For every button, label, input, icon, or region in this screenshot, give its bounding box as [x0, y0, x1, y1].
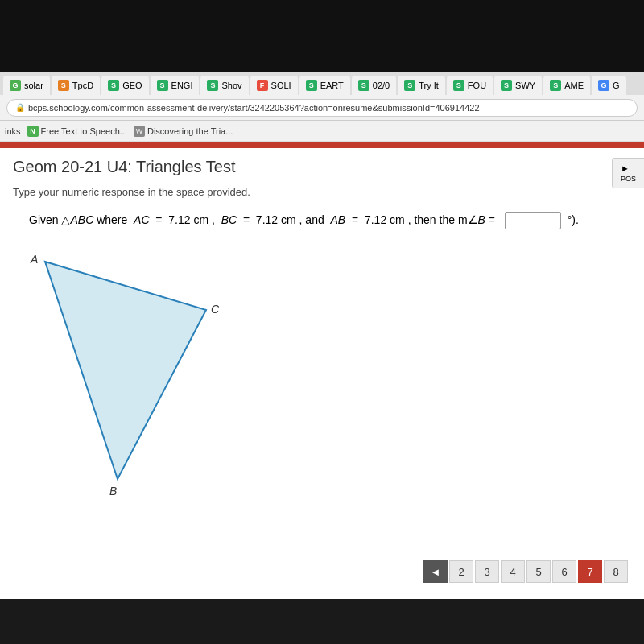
tab-label-engi: ENGI	[171, 80, 193, 90]
tab-icon-geo: S	[108, 80, 119, 91]
equals-3: =	[349, 213, 361, 226]
page-btn-8[interactable]: 8	[604, 560, 628, 583]
tab-icon-fou: S	[453, 80, 464, 91]
tab-icon-g: G	[598, 80, 609, 91]
ac-value: 7.12 cm	[168, 213, 208, 226]
bookmark-label-discovering: Discovering the Tria...	[147, 126, 233, 136]
tab-shov[interactable]: S Shov	[200, 76, 248, 95]
bookmark-discovering[interactable]: W Discovering the Tria...	[134, 126, 233, 137]
page-btn-4[interactable]: 4	[501, 560, 525, 583]
page-btn-5[interactable]: 5	[526, 560, 551, 583]
vertex-label-c: C	[211, 303, 220, 316]
bookmark-inks[interactable]: inks	[5, 126, 21, 136]
vertex-label-a: A	[30, 253, 38, 266]
tab-ame[interactable]: S AME	[543, 76, 590, 95]
comma-1: ,	[212, 213, 218, 226]
page-btn-3[interactable]: 3	[475, 560, 499, 583]
tab-icon-soli: F	[257, 80, 268, 91]
comma-2: , and	[299, 213, 328, 226]
pagination: ◄ 2 3 4 5 6 7 8	[423, 560, 628, 583]
ac-label: AC	[134, 213, 149, 226]
answer-input[interactable]	[505, 212, 561, 229]
pos-text: POS	[621, 175, 636, 183]
tab-geo[interactable]: S GEO	[101, 76, 148, 95]
lock-icon: 🔒	[15, 103, 25, 112]
prev-page-button[interactable]: ◄	[423, 560, 448, 583]
tab-label-soli: SOLI	[271, 80, 291, 90]
tab-swy[interactable]: S SWY	[494, 76, 542, 95]
page-content: ► POS Geom 20-21 U4: Triangles Test Type…	[0, 148, 644, 599]
tab-icon-try: S	[404, 80, 415, 91]
tab-020[interactable]: S 02/0	[352, 76, 396, 95]
degree-symbol: °).	[568, 213, 579, 226]
triangle-diagram: A C B	[21, 246, 631, 506]
tab-icon-solar: G	[10, 80, 21, 91]
tab-solar[interactable]: G solar	[3, 76, 50, 95]
tab-icon-eart: S	[306, 80, 317, 91]
triangle-svg: A C B	[21, 246, 270, 503]
tab-fou[interactable]: S FOU	[447, 76, 493, 95]
pos-button[interactable]: ► POS	[612, 158, 644, 188]
tab-label-shov: Shov	[221, 80, 242, 90]
tab-label-fou: FOU	[468, 80, 486, 90]
tab-icon-engi: S	[157, 80, 168, 91]
problem-statement: Given △ABC where AC = 7.12 cm , BC = 7.1…	[29, 211, 631, 229]
tab-label-solar: solar	[24, 80, 43, 90]
tab-soli[interactable]: F SOLI	[250, 76, 298, 95]
url-text: bcps.schoology.com/common-assessment-del…	[28, 103, 480, 113]
tab-label-swy: SWY	[515, 80, 535, 90]
tab-label-tpcd: TpcD	[72, 80, 93, 90]
bookmark-free-text[interactable]: N Free Text to Speech...	[27, 126, 127, 137]
bookmark-label-free-text: Free Text to Speech...	[41, 126, 127, 136]
tab-label-geo: GEO	[122, 80, 142, 90]
page-btn-2[interactable]: 2	[449, 560, 473, 583]
tab-label-ame: AME	[564, 80, 584, 90]
bc-label: BC	[221, 213, 237, 226]
tab-icon-020: S	[358, 80, 369, 91]
browser-chrome: G solar S TpcD S GEO S ENGI S Shov F SOL…	[0, 72, 644, 599]
triangle-polygon	[45, 262, 206, 479]
question-text: , then the m∠B =	[408, 213, 498, 226]
tab-icon-tpcd: S	[58, 80, 69, 91]
equals-2: =	[240, 213, 253, 226]
equals-1: =	[152, 213, 165, 226]
given-text: Given △ABC where	[29, 213, 130, 226]
pos-label: ►	[621, 163, 630, 173]
tab-label-020: 02/0	[373, 80, 390, 90]
tab-icon-swy: S	[501, 80, 512, 91]
tab-label-try: Try It	[419, 80, 439, 90]
tab-try[interactable]: S Try It	[398, 76, 445, 95]
tab-label-eart: EART	[320, 80, 344, 90]
page-title: Geom 20-21 U4: Triangles Test	[13, 158, 631, 176]
page-btn-6[interactable]: 6	[552, 560, 576, 583]
tab-icon-ame: S	[550, 80, 561, 91]
tab-label-g: G	[613, 80, 620, 90]
tab-bar: G solar S TpcD S GEO S ENGI S Shov F SOL…	[0, 72, 644, 95]
bookmark-icon-discovering: W	[134, 126, 145, 137]
bookmarks-bar: inks N Free Text to Speech... W Discover…	[0, 121, 644, 142]
ab-label: AB	[330, 213, 345, 226]
instruction-text: Type your numeric response in the space …	[13, 186, 631, 198]
tab-eart[interactable]: S EART	[299, 76, 350, 95]
ab-value: 7.12 cm	[365, 213, 405, 226]
tab-icon-shov: S	[207, 80, 218, 91]
tab-engi[interactable]: S ENGI	[151, 76, 200, 95]
bc-value: 7.12 cm	[256, 213, 296, 226]
schoology-header-bar	[0, 142, 644, 148]
bookmark-label-inks: inks	[5, 126, 21, 136]
vertex-label-b: B	[109, 485, 117, 497]
page-btn-7[interactable]: 7	[578, 560, 602, 583]
url-input[interactable]: 🔒 bcps.schoology.com/common-assessment-d…	[6, 99, 638, 117]
bookmark-icon-free-text: N	[27, 126, 39, 137]
address-bar: 🔒 bcps.schoology.com/common-assessment-d…	[0, 95, 644, 121]
top-bezel	[0, 0, 644, 72]
tab-g[interactable]: G G	[592, 76, 626, 95]
tab-tpcd[interactable]: S TpcD	[52, 76, 100, 95]
